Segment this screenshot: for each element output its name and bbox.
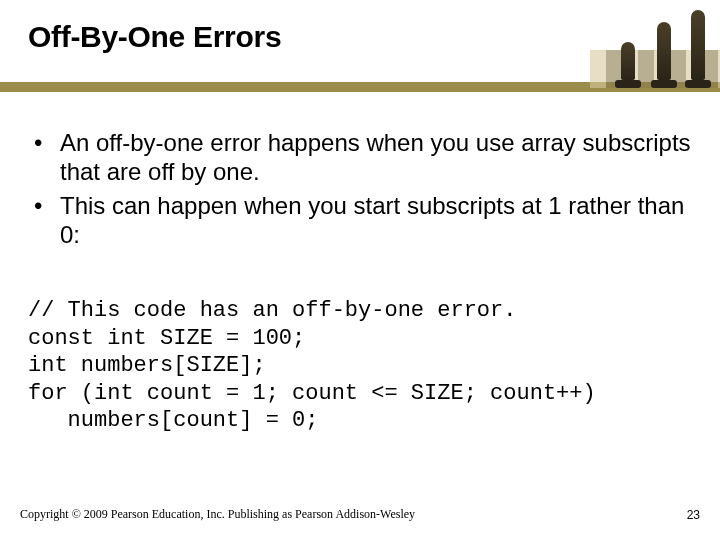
chess-king-icon	[684, 6, 712, 88]
bullet-list: An off-by-one error happens when you use…	[28, 128, 692, 249]
chess-queen-icon	[650, 18, 678, 88]
bullet-item: An off-by-one error happens when you use…	[28, 128, 692, 187]
slide-title: Off-By-One Errors	[28, 20, 281, 54]
code-block: // This code has an off-by-one error. co…	[28, 297, 692, 435]
slide-body: An off-by-one error happens when you use…	[28, 128, 692, 435]
bullet-item: This can happen when you start subscript…	[28, 191, 692, 250]
slide-header: Off-By-One Errors	[0, 0, 720, 94]
page-number: 23	[687, 508, 700, 522]
copyright-footer: Copyright © 2009 Pearson Education, Inc.…	[20, 507, 415, 522]
chess-pawn-icon	[614, 40, 642, 88]
slide: Off-By-One Errors An off-by-one error ha…	[0, 0, 720, 540]
chess-decor	[590, 0, 720, 90]
